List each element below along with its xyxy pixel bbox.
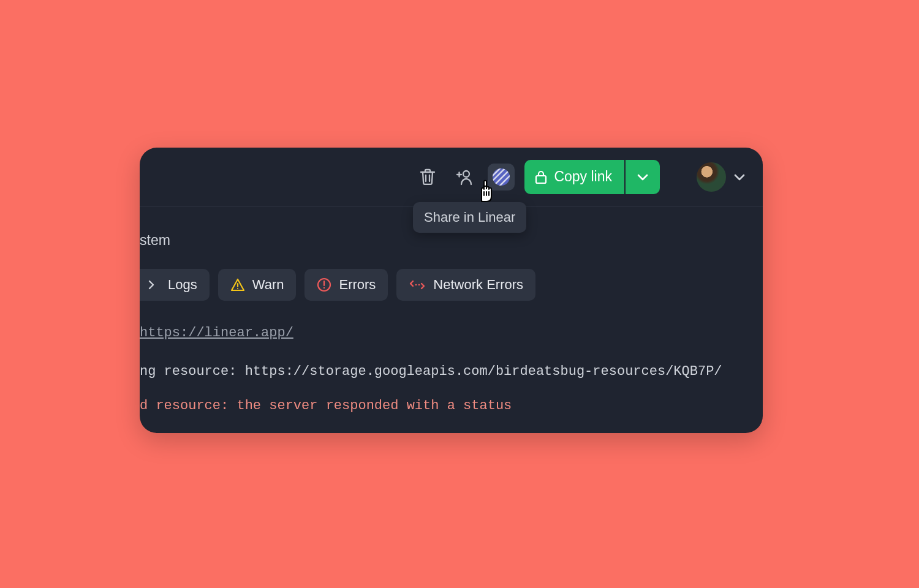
svg-point-4 xyxy=(237,288,238,289)
console-error-line: d resource: the server responded with a … xyxy=(140,394,722,417)
delete-button[interactable] xyxy=(414,164,441,190)
console-log-line: ng resource: https://storage.googleapis.… xyxy=(140,360,722,383)
tab-label: Logs xyxy=(168,277,197,293)
linear-icon xyxy=(492,168,510,186)
tooltip: Share in Linear xyxy=(413,202,526,233)
tab-network-errors[interactable]: Network Errors xyxy=(396,269,535,301)
svg-rect-3 xyxy=(536,176,546,183)
svg-point-8 xyxy=(418,284,420,286)
add-user-button[interactable] xyxy=(451,164,478,190)
app-card: Copy link Share in Linear stem xyxy=(140,148,763,433)
console-link[interactable]: https://linear.app/ xyxy=(140,325,293,341)
console-output: https://linear.app/ ng resource: https:/… xyxy=(140,322,722,417)
copy-link-button[interactable]: Copy link xyxy=(524,160,624,194)
avatar xyxy=(697,162,726,192)
account-menu[interactable] xyxy=(697,162,746,192)
copy-link-group: Copy link xyxy=(524,160,660,194)
chevron-down-icon xyxy=(733,173,746,181)
chevron-down-icon xyxy=(637,173,649,181)
filter-tabs: Logs Warn Errors Network Errors xyxy=(140,269,535,301)
tab-label: Network Errors xyxy=(433,277,523,293)
tab-logs[interactable]: Logs xyxy=(140,269,210,301)
copy-link-options-button[interactable] xyxy=(626,160,660,194)
lock-icon xyxy=(534,170,548,184)
error-circle-icon xyxy=(317,277,331,292)
svg-point-7 xyxy=(415,284,417,286)
tooltip-text: Share in Linear xyxy=(424,209,515,225)
add-user-icon xyxy=(455,168,474,186)
tab-label: Warn xyxy=(252,277,284,293)
prompt-icon xyxy=(147,278,161,292)
svg-point-0 xyxy=(463,171,469,177)
warning-icon xyxy=(230,278,245,292)
tab-label: Errors xyxy=(339,277,376,293)
toolbar: Copy link xyxy=(140,148,763,206)
network-arrows-icon xyxy=(409,279,426,290)
trash-icon xyxy=(420,168,436,186)
copy-link-label: Copy link xyxy=(554,168,612,185)
tab-errors[interactable]: Errors xyxy=(304,269,388,301)
breadcrumb-fragment: stem xyxy=(140,232,170,249)
svg-point-6 xyxy=(323,287,325,288)
tab-warn[interactable]: Warn xyxy=(218,269,297,301)
share-linear-button[interactable] xyxy=(488,164,515,190)
